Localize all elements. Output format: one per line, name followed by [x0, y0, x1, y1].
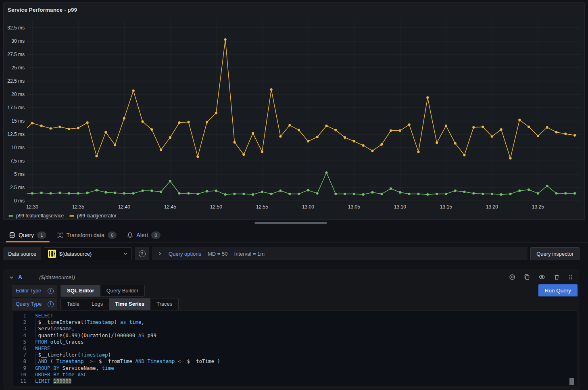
x-axis-label: 13:00 [296, 204, 320, 210]
code-line[interactable]: 7 $__timeFilter(Timestamp) [13, 352, 577, 358]
y-axis-label: 25 ms [4, 65, 25, 71]
tab-transform-data[interactable]: Transform data 0 [53, 228, 121, 242]
query-ref-id[interactable]: A [18, 274, 22, 280]
x-axis-label: 12:30 [20, 204, 44, 210]
query-actions [509, 274, 573, 280]
record-circle-icon[interactable] [509, 274, 515, 280]
query-inspector-button[interactable]: Query inspector [530, 247, 580, 260]
query-datasource-hint: (${datasource}) [39, 274, 75, 280]
series-line-p99-featureflagservice [27, 173, 575, 194]
code-text: ORDER BY time ASC [26, 371, 87, 378]
horizontal-scrollbar-thumb[interactable] [254, 222, 327, 224]
code-line[interactable]: 1SELECT [13, 313, 577, 319]
x-axis-label: 13:15 [434, 204, 458, 210]
code-text: LIMIT 100000 [26, 378, 71, 384]
y-axis-label: 5 ms [4, 171, 25, 177]
y-axis-label: 32.5 ms [4, 25, 25, 31]
chevron-right-icon[interactable] [157, 251, 162, 256]
query-type-row: Query Type i TableLogsTime SeriesTraces [12, 298, 580, 310]
query-options-link[interactable]: Query options [169, 251, 201, 257]
y-axis-label: 7.5 ms [4, 158, 25, 164]
code-text: SELECT [26, 313, 53, 319]
code-line[interactable]: 11LIMIT 100000 [13, 378, 577, 384]
editor-tabs: Query 1 Transform data 0 Alert 0 [3, 228, 585, 242]
chevron-down-icon [123, 251, 128, 256]
legend: p99 featureflagservicep99 loadgenerator [8, 213, 117, 219]
bell-icon [127, 232, 133, 238]
x-axis-label: 13:10 [388, 204, 412, 210]
code-line[interactable]: 3 ServiceName, [13, 325, 577, 332]
editor-type-row: Editor Type i SQL EditorQuery Builder [12, 285, 580, 297]
line-number: 3 [13, 325, 26, 332]
x-axis-label: 12:55 [250, 204, 274, 210]
query-type-time-series[interactable]: Time Series [109, 298, 150, 310]
y-axis-label: 0 ms [4, 198, 25, 204]
code-line[interactable]: 2 $__timeInterval(Timestamp) as time, [13, 319, 577, 325]
datasource-help-button[interactable]: ? [135, 247, 149, 260]
line-number: 9 [13, 365, 26, 371]
copy-icon[interactable] [524, 274, 530, 280]
legend-item-p99-loadgenerator[interactable]: p99 loadgenerator [69, 213, 116, 219]
editor-type-query-builder[interactable]: Query Builder [100, 285, 144, 296]
y-axis-label: 20 ms [4, 91, 25, 98]
trash-icon[interactable] [554, 274, 560, 280]
y-axis-label: 22.5 ms [4, 78, 25, 84]
chart-svg [27, 19, 580, 201]
query-type-traces[interactable]: Traces [150, 298, 178, 310]
line-number: 8 [13, 358, 26, 365]
info-icon[interactable]: i [48, 288, 54, 294]
query-header-row: A (${datasource}) [3, 269, 580, 285]
query-options-bar: Query options MD = 50 Interval = 1m [152, 247, 528, 260]
panel-title: Service Performance - p99 [8, 7, 77, 13]
database-icon [9, 232, 15, 238]
divider [0, 242, 588, 243]
code-text: ServiceName, [26, 325, 75, 332]
line-number: 5 [13, 339, 26, 345]
y-axis-label: 17.5 ms [4, 104, 25, 111]
grid-lines [27, 19, 580, 201]
editor-type-label: Editor Type i [12, 285, 57, 297]
series-line-p99-loadgenerator [27, 40, 575, 158]
legend-label: p99 loadgenerator [77, 213, 116, 219]
line-number: 7 [13, 352, 26, 358]
tab-query-count: 1 [37, 231, 46, 239]
legend-swatch [8, 215, 13, 217]
line-number: 4 [13, 332, 26, 339]
code-line[interactable]: 9GROUP BY ServiceName, time [13, 365, 577, 371]
datasource-picker[interactable]: ${datasource} [44, 247, 132, 260]
collapse-chevron-icon[interactable] [9, 275, 14, 280]
tab-transform-count: 0 [108, 231, 117, 239]
max-data-points-stat: MD = 50 [208, 251, 228, 257]
query-type-logs[interactable]: Logs [85, 298, 109, 310]
code-line[interactable]: 10ORDER BY time ASC [13, 371, 577, 378]
tab-query[interactable]: Query 1 [5, 228, 50, 242]
datasource-label: Data source [3, 247, 41, 260]
run-query-button[interactable]: Run Query [538, 284, 578, 296]
code-line[interactable]: 6WHERE [13, 345, 577, 352]
query-type-group: TableLogsTime SeriesTraces [60, 298, 179, 310]
editor-scrollbar-thumb[interactable] [569, 378, 574, 385]
info-icon[interactable]: i [48, 301, 54, 307]
transform-icon [57, 232, 63, 238]
sql-code-editor[interactable]: 1SELECT2 $__timeInterval(Timestamp) as t… [12, 311, 577, 386]
legend-label: p99 featureflagservice [16, 213, 64, 219]
eye-icon[interactable] [538, 274, 545, 280]
code-line[interactable]: 5FROM otel_traces [13, 339, 577, 345]
line-number: 6 [13, 345, 26, 352]
drag-handle-icon[interactable] [568, 274, 573, 280]
query-editor-card: A (${datasource}) [3, 269, 580, 390]
query-type-table[interactable]: Table [61, 298, 85, 310]
line-number: 11 [13, 378, 26, 384]
tab-alert[interactable]: Alert 0 [123, 228, 164, 242]
editor-type-sql-editor[interactable]: SQL Editor [61, 285, 100, 296]
series-points-p99-featureflagservice [27, 171, 576, 196]
editor-type-label-text: Editor Type [16, 288, 41, 294]
code-line[interactable]: 8 AND ( Timestamp >= $__fromTime AND Tim… [13, 358, 577, 365]
x-axis-label: 12:50 [204, 204, 228, 210]
legend-item-p99-featureflagservice[interactable]: p99 featureflagservice [8, 213, 64, 219]
code-text: WHERE [26, 345, 50, 352]
y-axis-label: 10 ms [4, 144, 25, 151]
series-p99-featureflagservice [27, 171, 576, 196]
x-axis-label: 13:20 [480, 204, 504, 210]
code-line[interactable]: 4 quantile(0.99)(Duration)/1000000 AS p9… [13, 332, 577, 339]
